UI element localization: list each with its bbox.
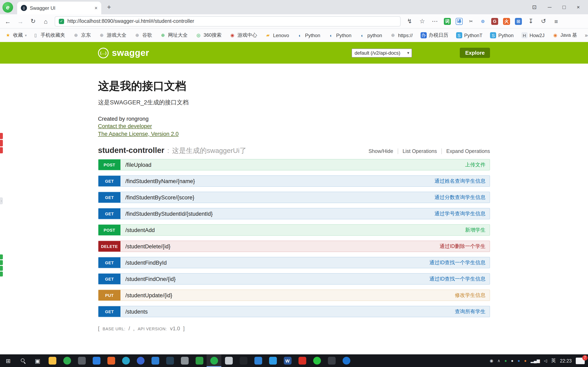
bookmark-item[interactable]: ⊕ 京东 (73, 32, 93, 39)
bookmark-star-icon[interactable]: ☆ (419, 17, 426, 25)
side-panel-handle[interactable]: › (0, 197, 3, 204)
endpoint-summary[interactable]: 修改学生信息 (455, 290, 485, 300)
endpoint-path[interactable]: /findStudentByName/{name} (125, 176, 195, 186)
bookmark-item[interactable]: ▯ 手机收藏夹 (33, 32, 67, 39)
controller-name[interactable]: student-controller (98, 146, 164, 155)
endpoint-row[interactable]: POST /studentAdd 新增学生 (98, 224, 490, 236)
taskbar-app[interactable] (251, 354, 265, 367)
taskbar-app[interactable] (45, 354, 60, 367)
start-button[interactable]: ⊞ (1, 354, 16, 367)
endpoint-path[interactable]: /findStudentByStudentId/{studentId} (125, 208, 213, 219)
taskbar-app[interactable] (60, 354, 74, 367)
taskbar-app[interactable] (295, 354, 310, 367)
api-select[interactable]: default (/v2/api-docs) ▾ (352, 48, 412, 57)
browser-logo-icon[interactable]: e (2, 2, 13, 12)
close-button[interactable]: × (577, 4, 580, 10)
swagger-logo[interactable]: {…} swagger (98, 48, 149, 58)
bookmark-item[interactable]: ⊕ https:// (390, 32, 415, 38)
taskbar-app[interactable] (163, 354, 177, 367)
bookmark-item[interactable]: ◎ 360搜索 (195, 32, 224, 39)
bookmark-item[interactable]: S Python (490, 32, 516, 38)
endpoint-row[interactable]: GET /findStudentByName/{name} 通过姓名查询学生信息 (98, 175, 490, 187)
site-security-icon[interactable]: ✓ (59, 18, 64, 24)
translate-extension-icon[interactable]: 译 (456, 18, 463, 25)
taskbar-app[interactable] (148, 354, 163, 367)
notification-center-icon[interactable]: 7 (576, 358, 585, 364)
scissors-icon[interactable]: ✂ (467, 18, 475, 25)
taskbar-app[interactable] (133, 354, 148, 367)
bookmark-item[interactable]: ◐ python (359, 32, 384, 38)
endpoint-path[interactable]: /fileUpload (125, 159, 151, 170)
tray-app-white[interactable]: ● (511, 359, 513, 363)
dict-extension-icon[interactable]: 词 (444, 18, 451, 25)
bookmark-item[interactable]: ⊕ 网址大全 (160, 32, 190, 39)
taskbar-app[interactable] (310, 354, 324, 367)
language-indicator[interactable]: 英 (551, 358, 556, 364)
endpoint-summary[interactable]: 通过ID删除一个学生 (440, 241, 485, 252)
apps-grid-icon[interactable]: ⊞ (515, 18, 522, 25)
bookmark-item[interactable]: ◐ Python (328, 32, 354, 38)
taskbar-app[interactable] (265, 354, 280, 367)
endpoint-path[interactable]: /studentFindById (125, 257, 167, 268)
bookmark-item[interactable]: S PythonT (456, 32, 484, 38)
taskbar-app[interactable]: W (280, 354, 295, 367)
endpoint-row[interactable]: GET /studentFindOne/{id} 通过ID查找一个学生信息 (98, 273, 490, 285)
home-icon[interactable]: ⌂ (42, 18, 49, 25)
taskbar-app[interactable] (236, 354, 251, 367)
bookmark-item[interactable]: ◉ 游戏中心 (229, 32, 259, 39)
bookmark-item[interactable]: H How2J (521, 32, 546, 38)
endpoint-row[interactable]: GET /findStudentByScore/{score} 通过分数查询学生… (98, 192, 490, 203)
side-download-indicator-red[interactable] (0, 133, 3, 153)
bookmark-item[interactable]: ⊕ 游戏大全 (99, 32, 129, 39)
taskbar-app[interactable] (339, 354, 354, 367)
clock[interactable]: 22:23 (560, 358, 572, 363)
endpoint-summary[interactable]: 通过ID查找一个学生信息 (429, 274, 485, 284)
menu-icon[interactable]: ≡ (553, 18, 560, 25)
reload-icon[interactable]: ↻ (29, 17, 37, 25)
contact-link[interactable]: Contact the developer (98, 123, 152, 129)
endpoint-path[interactable]: /findStudentByScore/{score} (125, 192, 194, 203)
maximize-button[interactable]: □ (562, 4, 566, 10)
tray-app-blue[interactable]: ● (518, 359, 520, 363)
endpoint-path[interactable]: /studentDelete/{id} (125, 241, 171, 252)
taskbar-app[interactable] (74, 354, 89, 367)
endpoint-row[interactable]: DELETE /studentDelete/{id} 通过ID删除一个学生 (98, 241, 490, 252)
bookmark-item[interactable]: ★ 收藏 ▾ (5, 32, 27, 39)
network-icon[interactable]: ▂▄▆ (531, 359, 540, 363)
tray-app-orange[interactable]: ● (524, 359, 527, 363)
endpoint-path[interactable]: /students (125, 306, 148, 317)
bookmark-item[interactable]: ◐ Python (297, 32, 322, 38)
endpoint-row[interactable]: GET /findStudentByStudentId/{studentId} … (98, 208, 490, 219)
undo-icon[interactable]: ↺ (540, 17, 547, 25)
taskbar-app[interactable] (207, 354, 221, 367)
back-icon[interactable]: ← (4, 18, 11, 25)
bookmarks-overflow-icon[interactable]: » (585, 32, 588, 38)
endpoint-summary[interactable]: 通过学号查询学生信息 (434, 208, 485, 219)
game-extension-icon[interactable]: G (491, 18, 498, 25)
tab-close-icon[interactable]: × (95, 5, 98, 11)
volume-icon[interactable]: ◁ (544, 359, 547, 363)
people-icon[interactable]: ◉ (490, 359, 493, 363)
explore-button[interactable]: Explore (460, 48, 490, 58)
bookmark-item[interactable]: ▰ Lenovo (265, 32, 291, 38)
fox-extension-icon[interactable]: 火 (503, 18, 510, 25)
taskbar-app[interactable] (192, 354, 207, 367)
endpoint-row[interactable]: PUT /studentUpdate/{id} 修改学生信息 (98, 290, 490, 301)
bookmark-item[interactable]: ◉ Java 基 (552, 32, 579, 39)
controller-action-link[interactable]: List Operations (398, 149, 437, 154)
taskbar-app[interactable] (177, 354, 192, 367)
endpoint-summary[interactable]: 通过ID查找一个学生信息 (429, 257, 485, 268)
search-icon[interactable] (16, 354, 30, 367)
task-view-icon[interactable]: ▣ (30, 354, 45, 367)
endpoint-summary[interactable]: 通过姓名查询学生信息 (434, 176, 485, 186)
endpoint-path[interactable]: /studentFindOne/{id} (125, 274, 176, 284)
address-bar[interactable]: ✓ http://localhost:8090/swagger-ui.html#… (55, 16, 401, 26)
taskbar-app[interactable] (104, 354, 118, 367)
endpoint-path[interactable]: /studentUpdate/{id} (125, 290, 172, 300)
controller-action-link[interactable]: Show/Hide (369, 149, 393, 154)
taskbar-app[interactable] (89, 354, 104, 367)
flash-icon[interactable]: ↯ (406, 17, 413, 25)
download-icon[interactable]: ↧ (527, 17, 535, 25)
more-icon[interactable]: ⋯ (431, 17, 439, 25)
license-link[interactable]: The Apache License, Version 2.0 (98, 131, 179, 137)
